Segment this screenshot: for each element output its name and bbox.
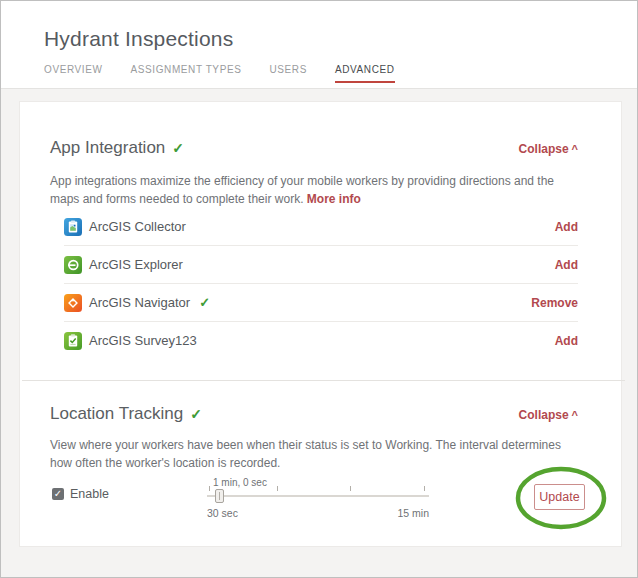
location-tracking-controls: ✓ Enable 1 min, 0 sec 30 sec 15 min Upda… <box>50 477 578 541</box>
app-name: ArcGIS Navigator <box>89 295 190 310</box>
app-name: ArcGIS Survey123 <box>89 333 197 348</box>
app-integration-section: App Integration✓ Collapse^ App integrati… <box>20 102 621 359</box>
app-row-navigator: ArcGIS Navigator ✓ Remove <box>50 284 578 321</box>
collector-add-link[interactable]: Add <box>555 220 578 234</box>
location-tracking-title: Location Tracking <box>50 404 183 423</box>
arcgis-collector-app-icon <box>64 218 82 236</box>
more-info-link[interactable]: More info <box>307 192 361 206</box>
section-complete-check-icon: ✓ <box>190 406 202 422</box>
app-list: ArcGIS Collector Add ArcGIS Explorer Add <box>50 208 578 359</box>
app-name: ArcGIS Explorer <box>89 257 183 272</box>
interval-slider: 1 min, 0 sec 30 sec 15 min <box>207 477 429 519</box>
interval-value-label: 1 min, 0 sec <box>213 477 267 488</box>
slider-tick <box>350 486 351 491</box>
location-tracking-description: View where your workers have been when t… <box>50 436 578 472</box>
navigator-remove-link[interactable]: Remove <box>531 296 578 310</box>
section-complete-check-icon: ✓ <box>172 140 184 156</box>
explorer-add-link[interactable]: Add <box>555 258 578 272</box>
update-button[interactable]: Update <box>534 484 585 510</box>
app-row-explorer: ArcGIS Explorer Add <box>50 246 578 283</box>
tab-assignment-types[interactable]: ASSIGNMENT TYPES <box>131 64 242 83</box>
page-title: Hydrant Inspections <box>44 27 637 51</box>
location-tracking-collapse-link[interactable]: Collapse^ <box>519 408 578 422</box>
interval-slider-handle[interactable] <box>215 489 224 503</box>
survey123-add-link[interactable]: Add <box>555 334 578 348</box>
slider-track[interactable] <box>207 495 429 497</box>
page-header: Hydrant Inspections OVERVIEW ASSIGNMENT … <box>1 1 637 89</box>
app-integration-collapse-link[interactable]: Collapse^ <box>519 142 578 156</box>
app-row-survey123: ArcGIS Survey123 Add <box>50 322 578 359</box>
tab-bar: OVERVIEW ASSIGNMENT TYPES USERS ADVANCED <box>44 64 637 83</box>
slider-tick <box>277 486 278 491</box>
slider-tick <box>209 486 210 491</box>
workforce-project-page: Hydrant Inspections OVERVIEW ASSIGNMENT … <box>0 0 638 578</box>
arcgis-navigator-app-icon <box>64 294 82 312</box>
slider-min-label: 30 sec <box>207 507 238 519</box>
tab-advanced[interactable]: ADVANCED <box>335 64 395 83</box>
app-row-collector: ArcGIS Collector Add <box>50 208 578 245</box>
app-integration-description: App integrations maximize the efficiency… <box>50 172 578 208</box>
chevron-up-icon: ^ <box>572 409 578 421</box>
enable-checkbox[interactable]: ✓ <box>52 488 64 500</box>
app-integration-title: App Integration <box>50 138 165 157</box>
arcgis-survey123-app-icon <box>64 332 82 350</box>
arcgis-explorer-app-icon <box>64 256 82 274</box>
location-tracking-section: Location Tracking✓ Collapse^ View where … <box>20 381 621 541</box>
tab-users[interactable]: USERS <box>269 64 306 83</box>
chevron-up-icon: ^ <box>572 143 578 155</box>
slider-max-label: 15 min <box>397 507 429 519</box>
app-name: ArcGIS Collector <box>89 219 186 234</box>
tab-overview[interactable]: OVERVIEW <box>44 64 103 83</box>
advanced-settings-card: App Integration✓ Collapse^ App integrati… <box>19 101 622 547</box>
enable-control: ✓ Enable <box>52 487 109 501</box>
enable-label: Enable <box>70 487 109 501</box>
slider-tick <box>424 486 425 491</box>
navigator-configured-check-icon: ✓ <box>199 295 210 310</box>
